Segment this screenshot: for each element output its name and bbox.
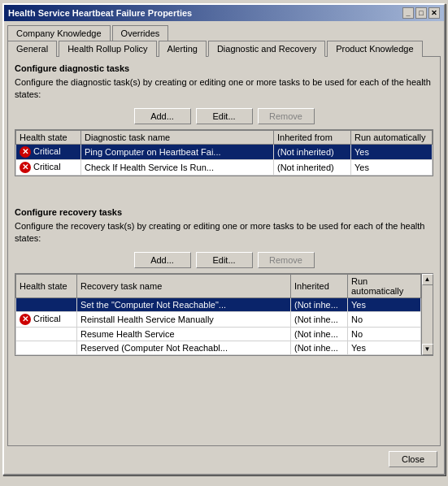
recovery-table-row[interactable]: Reserved (Computer Not Reachabl...(Not i… bbox=[16, 341, 421, 354]
error-icon: ✕ bbox=[20, 146, 31, 158]
r-task-name-cell: Set the "Computer Not Reachable"... bbox=[77, 297, 291, 311]
recovery-add-button[interactable]: Add... bbox=[134, 252, 191, 268]
recovery-section-title: Configure recovery tasks bbox=[15, 207, 433, 217]
task-name-cell: Ping Computer on Heartbeat Fai... bbox=[81, 144, 274, 159]
r-inherited-cell: (Not inhe... bbox=[291, 341, 348, 354]
r-health-state-cell bbox=[16, 341, 77, 354]
inherited-from-cell: (Not inherited) bbox=[274, 159, 351, 175]
r-run-auto-cell: No bbox=[348, 327, 421, 341]
diagnostic-remove-button[interactable]: Remove bbox=[258, 108, 315, 124]
tab-general[interactable]: General bbox=[7, 41, 57, 57]
diagnostic-section-title: Configure diagnostic tasks bbox=[15, 63, 433, 73]
tab-overrides[interactable]: Overrides bbox=[112, 25, 169, 41]
tab-company-knowledge[interactable]: Company Knowledge bbox=[7, 25, 111, 41]
diagnostic-table-header: Health state Diagnostic task name Inheri… bbox=[16, 130, 433, 144]
r-health-state-cell bbox=[16, 327, 77, 341]
r-inherited-cell: (Not inhe... bbox=[291, 297, 348, 311]
rcol-health-state: Health state bbox=[16, 274, 77, 297]
recovery-section-desc: Configure the recovery task(s) by creati… bbox=[15, 220, 433, 245]
tab-content: Configure diagnostic tasks Configure the… bbox=[7, 56, 441, 446]
tab-diagnostic-recovery[interactable]: Diagnostic and Recovery bbox=[208, 41, 325, 57]
tab-product-knowledge[interactable]: Product Knowledge bbox=[327, 41, 422, 57]
col-health-state: Health state bbox=[16, 130, 81, 144]
diagnostic-table: Health state Diagnostic task name Inheri… bbox=[15, 130, 433, 176]
health-state-cell: ✕Critical bbox=[16, 144, 81, 159]
rcol-run-auto: Run automatically bbox=[348, 274, 421, 297]
recovery-table-row[interactable]: ✕CriticalReinstall Health Service Manual… bbox=[16, 311, 421, 327]
diagnostic-button-row: Add... Edit... Remove bbox=[15, 108, 433, 124]
r-task-name-cell: Resume Health Service bbox=[77, 327, 291, 341]
diagnostic-section-desc: Configure the diagnostic task(s) by crea… bbox=[15, 76, 433, 102]
recovery-table-wrapper: Health state Recovery task name Inherite… bbox=[15, 273, 433, 356]
col-task-name: Diagnostic task name bbox=[81, 130, 274, 144]
diagnostic-edit-button[interactable]: Edit... bbox=[196, 108, 253, 124]
task-name-cell: Check If Health Service Is Run... bbox=[81, 159, 274, 175]
title-controls: _ □ ✕ bbox=[402, 7, 440, 19]
rcol-inherited: Inherited bbox=[291, 274, 348, 297]
inherited-from-cell: (Not inherited) bbox=[274, 144, 351, 159]
maximize-button[interactable]: □ bbox=[415, 7, 427, 19]
col-run-auto: Run automatically bbox=[351, 130, 433, 144]
recovery-table-row[interactable]: Set the "Computer Not Reachable"...(Not … bbox=[16, 297, 421, 311]
r-run-auto-cell: Yes bbox=[348, 341, 421, 354]
diagnostic-table-wrapper: Health state Diagnostic task name Inheri… bbox=[15, 129, 433, 176]
recovery-table-body: Set the "Computer Not Reachable"...(Not … bbox=[16, 297, 421, 354]
r-run-auto-cell: Yes bbox=[348, 297, 421, 311]
diagnostic-table-row[interactable]: ✕CriticalPing Computer on Heartbeat Fai.… bbox=[16, 144, 433, 159]
tab-alerting[interactable]: Alerting bbox=[159, 41, 207, 57]
recovery-edit-button[interactable]: Edit... bbox=[196, 252, 253, 268]
col-inherited-from: Inherited from bbox=[274, 130, 351, 144]
recovery-button-row: Add... Edit... Remove bbox=[15, 252, 433, 268]
diagnostic-add-button[interactable]: Add... bbox=[134, 108, 191, 124]
run-auto-cell: Yes bbox=[351, 144, 433, 159]
r-task-name-cell: Reserved (Computer Not Reachabl... bbox=[77, 341, 291, 354]
recovery-scrollbar: ▲ ▼ bbox=[421, 274, 433, 355]
footer-bar: Close bbox=[7, 446, 441, 471]
diagnostic-table-body: ✕CriticalPing Computer on Heartbeat Fai.… bbox=[16, 144, 433, 175]
main-window: Health Service Heartbeat Failure Propert… bbox=[2, 3, 446, 475]
scrollbar-up-button[interactable]: ▲ bbox=[422, 274, 433, 285]
close-button[interactable]: Close bbox=[389, 451, 437, 467]
r-run-auto-cell: No bbox=[348, 311, 421, 327]
recovery-remove-button[interactable]: Remove bbox=[258, 252, 315, 268]
run-auto-cell: Yes bbox=[351, 159, 433, 175]
window-title: Health Service Heartbeat Failure Propert… bbox=[8, 8, 192, 18]
window-content: Company Knowledge Overrides General Heal… bbox=[4, 21, 444, 474]
recovery-table: Health state Recovery task name Inherite… bbox=[15, 274, 421, 355]
recovery-table-header: Health state Recovery task name Inherite… bbox=[16, 274, 421, 297]
r-health-state-cell bbox=[16, 297, 77, 311]
minimize-button[interactable]: _ bbox=[402, 7, 414, 19]
r-inherited-cell: (Not inhe... bbox=[291, 327, 348, 341]
diagnostic-table-row[interactable]: ✕CriticalCheck If Health Service Is Run.… bbox=[16, 159, 433, 175]
recovery-table-scroll-inner: Health state Recovery task name Inherite… bbox=[15, 274, 421, 355]
health-state-cell: ✕Critical bbox=[16, 159, 81, 175]
scrollbar-track bbox=[422, 285, 433, 344]
r-task-name-cell: Reinstall Health Service Manually bbox=[77, 311, 291, 327]
rcol-task-name: Recovery task name bbox=[77, 274, 291, 297]
r-health-state-cell: ✕Critical bbox=[16, 311, 77, 327]
tab-row-2: General Health Rollup Policy Alerting Di… bbox=[7, 40, 441, 56]
tab-health-rollup[interactable]: Health Rollup Policy bbox=[59, 41, 156, 57]
scrollbar-down-button[interactable]: ▼ bbox=[422, 344, 433, 355]
error-icon: ✕ bbox=[20, 314, 31, 325]
recovery-table-row[interactable]: Resume Health Service(Not inhe...No bbox=[16, 327, 421, 341]
diagnostic-spacer bbox=[15, 183, 433, 207]
close-button[interactable]: ✕ bbox=[428, 7, 440, 19]
r-inherited-cell: (Not inhe... bbox=[291, 311, 348, 327]
tab-row-1: Company Knowledge Overrides bbox=[7, 24, 441, 40]
title-bar: Health Service Heartbeat Failure Propert… bbox=[4, 5, 444, 21]
error-icon: ✕ bbox=[20, 162, 31, 173]
